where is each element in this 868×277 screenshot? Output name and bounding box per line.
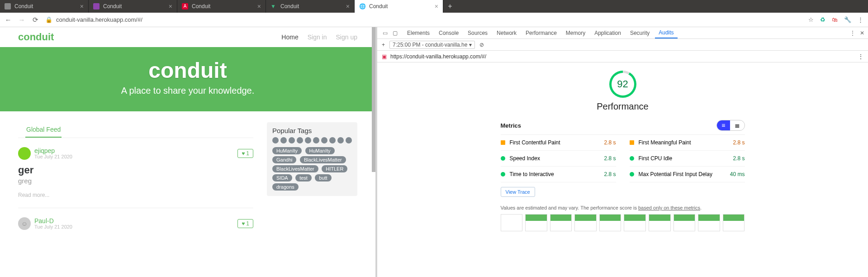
brand-logo[interactable]: conduit xyxy=(18,31,54,43)
score-gauge: 92 xyxy=(609,71,636,98)
recycle-icon[interactable]: ♻ xyxy=(820,16,825,23)
devtools-tab-network[interactable]: Network xyxy=(493,28,520,38)
tag-pill[interactable]: HuManIty xyxy=(305,147,335,154)
nav-signup[interactable]: Sign up xyxy=(336,33,357,41)
browser-tab-active[interactable]: 🌐Conduit× xyxy=(355,0,443,13)
filmstrip xyxy=(501,214,745,231)
shopping-icon[interactable]: 🛍 xyxy=(832,16,838,23)
devtools-panel: ▭ ▢ Elements Console Sources Network Per… xyxy=(377,27,868,277)
clear-icon[interactable]: ⊘ xyxy=(479,42,484,48)
address-bar: ← → ⟳ 🔒 conduit-vanilla.herokuapp.com/#/… xyxy=(0,13,868,27)
banner-tagline: A place to share your knowledge. xyxy=(0,86,375,96)
article-date: Tue July 21 2020 xyxy=(34,154,72,159)
devtools-tab-application[interactable]: Application xyxy=(591,28,625,38)
sidebar: Popular Tags HuManIty HuManIty Gandhi Bl… xyxy=(267,122,357,230)
author-link[interactable]: ejiqpep xyxy=(34,148,72,154)
lock-icon: 🔒 xyxy=(45,16,52,23)
devtools-tab-elements[interactable]: Elements xyxy=(403,28,433,38)
new-tab-button[interactable]: + xyxy=(443,0,457,13)
device-toggle-icon[interactable]: ▢ xyxy=(391,30,399,36)
close-icon[interactable]: × xyxy=(257,3,261,10)
globe-icon: 🌐 xyxy=(359,3,365,10)
close-icon[interactable]: × xyxy=(169,3,172,10)
article-desc: greg xyxy=(18,177,253,185)
devtools-tab-console[interactable]: Console xyxy=(435,28,462,38)
devtools-tab-sources[interactable]: Sources xyxy=(464,28,491,38)
tags-title: Popular Tags xyxy=(272,127,352,134)
site-navbar: conduit Home Sign in Sign up xyxy=(0,27,375,47)
chevron-down-icon: ▾ xyxy=(469,42,472,48)
view-toggle[interactable]: ≡≣ xyxy=(716,120,745,131)
browser-tab[interactable]: Conduit× xyxy=(0,0,89,13)
menu-icon[interactable]: ⋮ xyxy=(858,16,863,23)
reload-button[interactable]: ⟳ xyxy=(32,16,39,24)
tab-global-feed[interactable]: Global Feed xyxy=(25,122,62,138)
close-icon[interactable]: × xyxy=(346,3,350,10)
avatar[interactable]: ☺ xyxy=(18,217,31,230)
article-preview[interactable]: ☺ Paul-D Tue July 21 2020 ♥1 xyxy=(18,208,253,230)
metrics-heading: Metrics xyxy=(501,122,522,129)
close-icon[interactable]: × xyxy=(80,3,84,10)
metrics-note: Values are estimated and may vary. The p… xyxy=(501,205,745,210)
back-button[interactable]: ← xyxy=(5,16,12,24)
audit-run-selector[interactable]: 7:25:00 PM - conduit-vanilla.he▾ xyxy=(389,41,475,49)
feed-column: Global Feed ejiqpep Tue July 21 2020 ♥1 … xyxy=(18,122,253,230)
lighthouse-icon: ▣ xyxy=(382,53,387,60)
url-input[interactable]: 🔒 conduit-vanilla.herokuapp.com/#/ xyxy=(45,16,802,23)
audit-url: https://conduit-vanilla.herokuapp.com/#/ xyxy=(390,53,486,60)
tag-pill[interactable]: SIDA xyxy=(272,174,292,181)
star-icon[interactable]: ☆ xyxy=(808,16,814,23)
metric-row[interactable]: First CPU Idle2.8 s xyxy=(630,151,745,167)
new-audit-button[interactable]: + xyxy=(382,42,385,48)
article-preview[interactable]: ejiqpep Tue July 21 2020 ♥1 ger greg Rea… xyxy=(18,138,253,208)
tag-pill[interactable]: test xyxy=(295,174,312,181)
tag-pill[interactable]: Gandhi xyxy=(272,156,296,163)
article-date: Tue July 21 2020 xyxy=(34,224,72,229)
tag-list: HuManIty HuManIty Gandhi BlackLivesMatte… xyxy=(272,146,352,191)
heart-icon: ♥ xyxy=(242,150,245,157)
extension-icon[interactable]: 🔧 xyxy=(844,16,851,23)
browser-tab-strip: Conduit× Conduit× AConduit× ▼Conduit× 🌐C… xyxy=(0,0,868,13)
metric-row[interactable]: Time to Interactive2.8 s xyxy=(501,167,616,182)
avatar[interactable] xyxy=(18,147,31,160)
forward-button[interactable]: → xyxy=(18,16,25,24)
tag-pill[interactable]: HuManIty xyxy=(272,147,302,154)
devtools-tab-security[interactable]: Security xyxy=(626,28,653,38)
nav-home[interactable]: Home xyxy=(281,33,298,41)
browser-tab[interactable]: AConduit× xyxy=(177,0,266,13)
metric-row[interactable]: First Meaningful Paint2.8 s xyxy=(630,135,745,151)
read-more-link[interactable]: Read more... xyxy=(18,192,49,198)
hero-banner: conduit A place to share your knowledge. xyxy=(0,47,375,111)
browser-tab[interactable]: ▼Conduit× xyxy=(266,0,355,13)
devtools-tab-memory[interactable]: Memory xyxy=(562,28,589,38)
inspect-icon[interactable]: ▭ xyxy=(381,30,389,36)
tag-pill[interactable]: butt xyxy=(315,174,331,181)
close-icon[interactable]: × xyxy=(435,3,438,10)
tag-pill[interactable]: BlackLivesMatter xyxy=(272,165,318,172)
devtools-menu-icon[interactable]: ⋮ xyxy=(850,30,855,36)
banner-title: conduit xyxy=(0,58,375,83)
author-link[interactable]: Paul-D xyxy=(34,218,72,224)
like-button[interactable]: ♥1 xyxy=(237,149,253,158)
like-button[interactable]: ♥1 xyxy=(237,219,253,228)
category-label: Performance xyxy=(597,101,649,112)
tag-pill[interactable]: HITLER xyxy=(322,165,347,172)
metric-row[interactable]: Speed Index2.8 s xyxy=(501,151,616,167)
tag-pill[interactable]: dragons xyxy=(272,183,299,191)
nav-signin[interactable]: Sign in xyxy=(308,33,327,41)
devtools-tab-audits[interactable]: Audits xyxy=(655,28,677,38)
browser-tab[interactable]: Conduit× xyxy=(89,0,177,13)
metric-row[interactable]: First Contentful Paint2.8 s xyxy=(501,135,616,151)
more-icon[interactable]: ⋮ xyxy=(858,53,863,60)
view-trace-button[interactable]: View Trace xyxy=(501,187,535,197)
devtools-close-icon[interactable]: ✕ xyxy=(860,30,864,36)
article-title: ger xyxy=(18,164,253,176)
tag-pill[interactable]: BlackLivesMatter xyxy=(300,156,346,163)
page-content: conduit Home Sign in Sign up conduit A p… xyxy=(0,27,377,277)
metric-row[interactable]: Max Potential First Input Delay40 ms xyxy=(630,167,745,182)
devtools-tab-performance[interactable]: Performance xyxy=(522,28,560,38)
heart-icon: ♥ xyxy=(242,220,245,227)
